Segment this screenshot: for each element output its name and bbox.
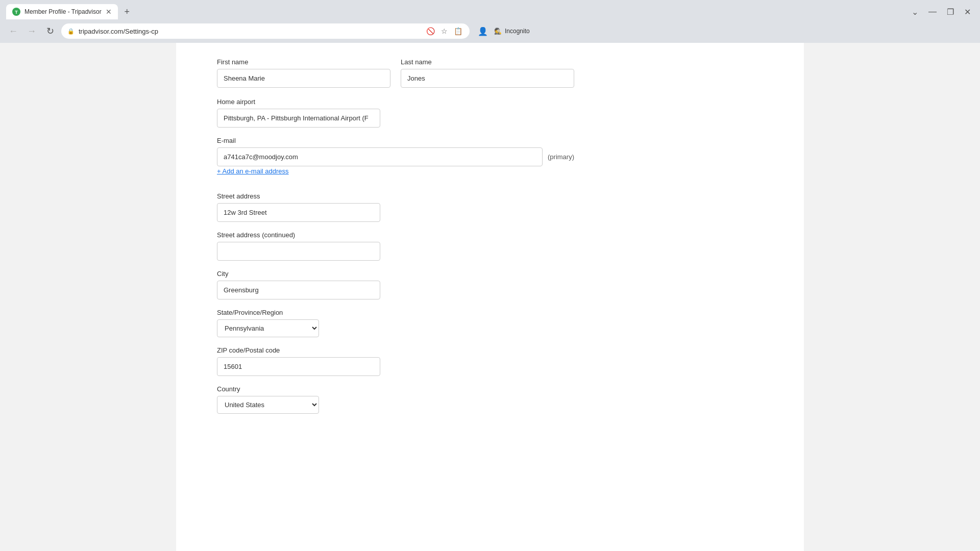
- minimize-button[interactable]: —: [925, 6, 940, 17]
- street-address-group: Street address: [217, 192, 574, 222]
- forward-button[interactable]: →: [24, 24, 39, 38]
- first-name-label: First name: [217, 58, 390, 66]
- restore-button[interactable]: ❐: [944, 6, 957, 18]
- add-email-link[interactable]: + Add an e-mail address: [217, 167, 289, 175]
- zip-group: ZIP code/Postal code: [217, 346, 574, 376]
- name-row: First name Last name: [217, 58, 574, 88]
- email-input[interactable]: [217, 147, 543, 166]
- browser-tab[interactable]: T Member Profile - Tripadvisor ✕: [6, 4, 118, 19]
- tab-close-button[interactable]: ✕: [106, 8, 112, 16]
- back-button[interactable]: ←: [6, 24, 20, 38]
- last-name-label: Last name: [401, 58, 574, 66]
- settings-panel: First name Last name Home airport E-mail: [176, 43, 804, 551]
- tab-favicon: T: [12, 8, 20, 16]
- city-input[interactable]: [217, 281, 380, 299]
- first-name-input[interactable]: [217, 69, 390, 88]
- home-airport-group: Home airport: [217, 98, 574, 128]
- dropdown-button[interactable]: ⌄: [909, 6, 921, 18]
- incognito-badge: 🕵 Incognito: [494, 28, 530, 35]
- home-airport-label: Home airport: [217, 98, 574, 106]
- street-address2-input[interactable]: [217, 242, 380, 261]
- home-airport-input[interactable]: [217, 109, 380, 128]
- email-group: E-mail (primary) + Add an e-mail address: [217, 137, 574, 183]
- street-address2-group: Street address (continued): [217, 231, 574, 261]
- close-window-button[interactable]: ✕: [961, 6, 974, 18]
- incognito-label: Incognito: [505, 28, 530, 35]
- bookmark-icon[interactable]: ☆: [440, 26, 449, 36]
- street-address-label: Street address: [217, 192, 574, 200]
- refresh-button[interactable]: ↻: [43, 24, 57, 38]
- first-name-group: First name: [217, 58, 390, 88]
- city-group: City: [217, 270, 574, 299]
- city-label: City: [217, 270, 574, 278]
- lock-icon: 🔒: [67, 28, 75, 35]
- address-bar[interactable]: 🔒 tripadvisor.com/Settings-cp 🚫 ☆ 📋: [61, 23, 470, 39]
- profile-icon[interactable]: 👤: [478, 27, 488, 36]
- country-select[interactable]: United States Canada United Kingdom Aust…: [217, 396, 319, 414]
- street-address-input[interactable]: [217, 203, 380, 222]
- email-label: E-mail: [217, 137, 574, 144]
- svg-text:T: T: [15, 10, 18, 15]
- tab-title: Member Profile - Tripadvisor: [24, 8, 102, 15]
- country-label: Country: [217, 385, 574, 393]
- state-select[interactable]: Pennsylvania Alabama Alaska Arizona Cali…: [217, 319, 319, 337]
- primary-badge: (primary): [548, 153, 574, 161]
- last-name-input[interactable]: [401, 69, 574, 88]
- zip-label: ZIP code/Postal code: [217, 346, 574, 354]
- zip-input[interactable]: [217, 357, 380, 376]
- country-group: Country United States Canada United King…: [217, 385, 574, 414]
- reader-mode-icon[interactable]: 📋: [453, 26, 463, 36]
- incognito-icon: 🕵: [494, 28, 502, 35]
- profile-form: First name Last name Home airport E-mail: [217, 58, 574, 414]
- url-text: tripadvisor.com/Settings-cp: [79, 28, 158, 35]
- email-row: (primary): [217, 147, 574, 166]
- state-label: State/Province/Region: [217, 309, 574, 316]
- no-camera-icon: 🚫: [425, 26, 436, 36]
- street-address2-label: Street address (continued): [217, 231, 574, 239]
- new-tab-button[interactable]: +: [120, 5, 134, 19]
- last-name-group: Last name: [401, 58, 574, 88]
- state-group: State/Province/Region Pennsylvania Alaba…: [217, 309, 574, 337]
